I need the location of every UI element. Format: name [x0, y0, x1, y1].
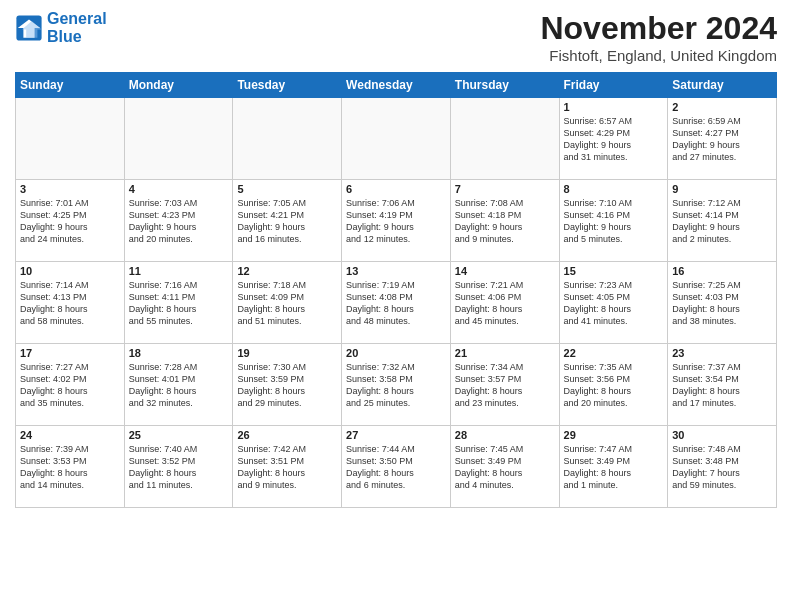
calendar-cell: 7Sunrise: 7:08 AM Sunset: 4:18 PM Daylig… — [450, 180, 559, 262]
calendar-cell: 13Sunrise: 7:19 AM Sunset: 4:08 PM Dayli… — [342, 262, 451, 344]
calendar-cell: 4Sunrise: 7:03 AM Sunset: 4:23 PM Daylig… — [124, 180, 233, 262]
calendar-week-4: 24Sunrise: 7:39 AM Sunset: 3:53 PM Dayli… — [16, 426, 777, 508]
calendar-cell: 1Sunrise: 6:57 AM Sunset: 4:29 PM Daylig… — [559, 98, 668, 180]
day-number: 10 — [20, 265, 120, 277]
day-info: Sunrise: 7:01 AM Sunset: 4:25 PM Dayligh… — [20, 197, 120, 246]
calendar-cell: 9Sunrise: 7:12 AM Sunset: 4:14 PM Daylig… — [668, 180, 777, 262]
calendar-cell: 23Sunrise: 7:37 AM Sunset: 3:54 PM Dayli… — [668, 344, 777, 426]
day-info: Sunrise: 7:47 AM Sunset: 3:49 PM Dayligh… — [564, 443, 664, 492]
day-info: Sunrise: 7:39 AM Sunset: 3:53 PM Dayligh… — [20, 443, 120, 492]
day-info: Sunrise: 7:14 AM Sunset: 4:13 PM Dayligh… — [20, 279, 120, 328]
calendar-cell: 18Sunrise: 7:28 AM Sunset: 4:01 PM Dayli… — [124, 344, 233, 426]
day-number: 18 — [129, 347, 229, 359]
day-info: Sunrise: 7:19 AM Sunset: 4:08 PM Dayligh… — [346, 279, 446, 328]
day-info: Sunrise: 7:27 AM Sunset: 4:02 PM Dayligh… — [20, 361, 120, 410]
calendar-cell: 3Sunrise: 7:01 AM Sunset: 4:25 PM Daylig… — [16, 180, 125, 262]
calendar-cell: 11Sunrise: 7:16 AM Sunset: 4:11 PM Dayli… — [124, 262, 233, 344]
calendar-cell: 5Sunrise: 7:05 AM Sunset: 4:21 PM Daylig… — [233, 180, 342, 262]
day-number: 28 — [455, 429, 555, 441]
day-number: 8 — [564, 183, 664, 195]
header-saturday: Saturday — [668, 73, 777, 98]
calendar-cell: 29Sunrise: 7:47 AM Sunset: 3:49 PM Dayli… — [559, 426, 668, 508]
calendar-cell — [233, 98, 342, 180]
day-number: 5 — [237, 183, 337, 195]
day-info: Sunrise: 7:48 AM Sunset: 3:48 PM Dayligh… — [672, 443, 772, 492]
logo-part2: Blue — [47, 28, 82, 45]
day-number: 29 — [564, 429, 664, 441]
day-number: 4 — [129, 183, 229, 195]
header-sunday: Sunday — [16, 73, 125, 98]
calendar-cell: 26Sunrise: 7:42 AM Sunset: 3:51 PM Dayli… — [233, 426, 342, 508]
logo-text: General Blue — [47, 10, 107, 46]
day-info: Sunrise: 7:45 AM Sunset: 3:49 PM Dayligh… — [455, 443, 555, 492]
day-number: 20 — [346, 347, 446, 359]
calendar-cell: 16Sunrise: 7:25 AM Sunset: 4:03 PM Dayli… — [668, 262, 777, 344]
day-info: Sunrise: 7:28 AM Sunset: 4:01 PM Dayligh… — [129, 361, 229, 410]
calendar-cell: 14Sunrise: 7:21 AM Sunset: 4:06 PM Dayli… — [450, 262, 559, 344]
calendar-week-0: 1Sunrise: 6:57 AM Sunset: 4:29 PM Daylig… — [16, 98, 777, 180]
day-number: 25 — [129, 429, 229, 441]
day-info: Sunrise: 7:12 AM Sunset: 4:14 PM Dayligh… — [672, 197, 772, 246]
logo-part1: General — [47, 10, 107, 27]
logo-icon — [15, 14, 43, 42]
day-info: Sunrise: 7:42 AM Sunset: 3:51 PM Dayligh… — [237, 443, 337, 492]
logo: General Blue — [15, 10, 107, 46]
day-number: 17 — [20, 347, 120, 359]
day-number: 30 — [672, 429, 772, 441]
calendar-cell: 22Sunrise: 7:35 AM Sunset: 3:56 PM Dayli… — [559, 344, 668, 426]
calendar-cell: 28Sunrise: 7:45 AM Sunset: 3:49 PM Dayli… — [450, 426, 559, 508]
calendar-table: Sunday Monday Tuesday Wednesday Thursday… — [15, 72, 777, 508]
calendar-cell: 12Sunrise: 7:18 AM Sunset: 4:09 PM Dayli… — [233, 262, 342, 344]
calendar-cell: 15Sunrise: 7:23 AM Sunset: 4:05 PM Dayli… — [559, 262, 668, 344]
day-number: 27 — [346, 429, 446, 441]
calendar-cell: 10Sunrise: 7:14 AM Sunset: 4:13 PM Dayli… — [16, 262, 125, 344]
day-info: Sunrise: 7:08 AM Sunset: 4:18 PM Dayligh… — [455, 197, 555, 246]
header: General Blue November 2024 Fishtoft, Eng… — [15, 10, 777, 64]
day-info: Sunrise: 6:57 AM Sunset: 4:29 PM Dayligh… — [564, 115, 664, 164]
calendar-cell — [450, 98, 559, 180]
calendar-cell — [124, 98, 233, 180]
day-info: Sunrise: 7:16 AM Sunset: 4:11 PM Dayligh… — [129, 279, 229, 328]
day-info: Sunrise: 7:30 AM Sunset: 3:59 PM Dayligh… — [237, 361, 337, 410]
calendar-cell: 24Sunrise: 7:39 AM Sunset: 3:53 PM Dayli… — [16, 426, 125, 508]
calendar-cell: 20Sunrise: 7:32 AM Sunset: 3:58 PM Dayli… — [342, 344, 451, 426]
header-thursday: Thursday — [450, 73, 559, 98]
calendar-week-1: 3Sunrise: 7:01 AM Sunset: 4:25 PM Daylig… — [16, 180, 777, 262]
header-row: Sunday Monday Tuesday Wednesday Thursday… — [16, 73, 777, 98]
day-info: Sunrise: 7:32 AM Sunset: 3:58 PM Dayligh… — [346, 361, 446, 410]
day-info: Sunrise: 6:59 AM Sunset: 4:27 PM Dayligh… — [672, 115, 772, 164]
calendar-cell — [342, 98, 451, 180]
calendar-cell: 17Sunrise: 7:27 AM Sunset: 4:02 PM Dayli… — [16, 344, 125, 426]
day-info: Sunrise: 7:25 AM Sunset: 4:03 PM Dayligh… — [672, 279, 772, 328]
header-friday: Friday — [559, 73, 668, 98]
day-number: 21 — [455, 347, 555, 359]
title-area: November 2024 Fishtoft, England, United … — [540, 10, 777, 64]
day-number: 7 — [455, 183, 555, 195]
day-info: Sunrise: 7:03 AM Sunset: 4:23 PM Dayligh… — [129, 197, 229, 246]
day-number: 9 — [672, 183, 772, 195]
day-info: Sunrise: 7:21 AM Sunset: 4:06 PM Dayligh… — [455, 279, 555, 328]
calendar-week-3: 17Sunrise: 7:27 AM Sunset: 4:02 PM Dayli… — [16, 344, 777, 426]
day-info: Sunrise: 7:05 AM Sunset: 4:21 PM Dayligh… — [237, 197, 337, 246]
calendar-cell: 30Sunrise: 7:48 AM Sunset: 3:48 PM Dayli… — [668, 426, 777, 508]
calendar-cell: 6Sunrise: 7:06 AM Sunset: 4:19 PM Daylig… — [342, 180, 451, 262]
day-info: Sunrise: 7:18 AM Sunset: 4:09 PM Dayligh… — [237, 279, 337, 328]
day-number: 14 — [455, 265, 555, 277]
day-info: Sunrise: 7:10 AM Sunset: 4:16 PM Dayligh… — [564, 197, 664, 246]
calendar-cell — [16, 98, 125, 180]
header-wednesday: Wednesday — [342, 73, 451, 98]
day-number: 6 — [346, 183, 446, 195]
day-number: 15 — [564, 265, 664, 277]
day-number: 19 — [237, 347, 337, 359]
day-number: 13 — [346, 265, 446, 277]
day-info: Sunrise: 7:44 AM Sunset: 3:50 PM Dayligh… — [346, 443, 446, 492]
day-number: 1 — [564, 101, 664, 113]
day-number: 11 — [129, 265, 229, 277]
day-info: Sunrise: 7:35 AM Sunset: 3:56 PM Dayligh… — [564, 361, 664, 410]
day-info: Sunrise: 7:40 AM Sunset: 3:52 PM Dayligh… — [129, 443, 229, 492]
calendar-cell: 25Sunrise: 7:40 AM Sunset: 3:52 PM Dayli… — [124, 426, 233, 508]
page: General Blue November 2024 Fishtoft, Eng… — [0, 0, 792, 612]
calendar-week-2: 10Sunrise: 7:14 AM Sunset: 4:13 PM Dayli… — [16, 262, 777, 344]
calendar-cell: 27Sunrise: 7:44 AM Sunset: 3:50 PM Dayli… — [342, 426, 451, 508]
day-number: 12 — [237, 265, 337, 277]
